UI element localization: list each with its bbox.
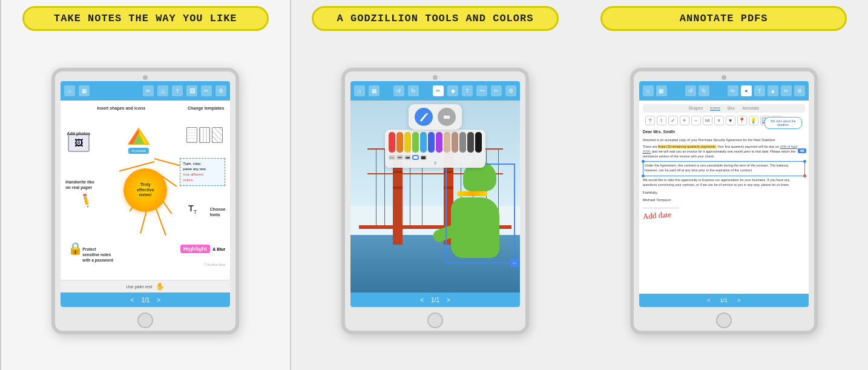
screen2-footer: < 1/1 > [350,292,520,307]
screen2-nav-page: 1/1 [431,297,439,303]
color-gray[interactable] [459,132,466,153]
pages-icon-2[interactable]: ▦ [369,85,380,96]
fill-icon[interactable]: ◆ [447,85,458,96]
page-nav: 1/1 [141,297,150,303]
home-icon-2[interactable]: ⌂ [354,85,365,96]
prev-nav[interactable]: < [131,297,134,303]
text-copy-box: Type, copy,paste any text. Use different… [180,158,225,186]
size-4-active[interactable] [412,155,419,160]
size-3[interactable] [404,155,411,160]
size-1[interactable] [389,155,395,160]
size-2[interactable] [396,155,403,160]
cut-icon-2[interactable]: ✂ [491,85,502,96]
corner-dot-tl [642,160,645,163]
tablet1-home-button[interactable] [137,312,153,328]
pdf-name: Michael Tompson [643,197,805,203]
text-icon-3[interactable]: T [754,85,765,96]
color-red[interactable] [389,132,395,153]
color-blue[interactable] [428,132,435,153]
tablet3-wrapper: ⌂ ▦ ↺ ↻ ✏ ● T ▲ ✂ ⚙ [587,38,861,364]
text-icon[interactable]: T [172,85,183,96]
pdf-greeting: Dear Mrs. Smith [643,129,805,136]
screen3-content: ⌂ ▦ ↺ ↻ ✏ ● T ▲ ✂ ⚙ [639,81,809,307]
signature-line [643,208,679,208]
icon-pin[interactable]: 📍 [737,116,747,125]
tablet3-screen: ⌂ ▦ ↺ ↻ ✏ ● T ▲ ✂ ⚙ [639,81,809,307]
wave-icon[interactable]: 〜 [476,85,487,96]
icon-nb[interactable]: NB [703,116,712,125]
add-date-label: Add date [642,210,671,221]
screen3-nav-prev[interactable]: < [707,297,710,303]
mountain-icon[interactable]: ▲ [768,85,778,96]
undo-icon[interactable]: ↺ [393,85,404,96]
hand-icon: ✋ [156,282,165,291]
settings-icon[interactable]: ⚙ [215,85,226,96]
circle-active-icon[interactable]: ● [741,85,752,96]
pdf-selection-box: Under the Agreement, this contract is no… [643,161,805,177]
color-black[interactable] [475,132,482,153]
screen3-nav-next[interactable]: > [737,297,740,303]
scissors-icon[interactable]: ✂ [201,85,212,96]
tab-blur[interactable]: Blur [728,106,735,111]
color-darkgray[interactable] [467,132,474,153]
icon-bulb[interactable]: 💡 [749,116,758,125]
tab-shapes[interactable]: Shapes [688,106,703,111]
color-green[interactable] [412,132,419,153]
pages-icon[interactable]: ▦ [79,85,90,96]
corner-dot-br-delete[interactable]: × [803,174,806,177]
panel3-header: ANNOTATE PDFS [600,6,847,31]
color-yellow[interactable] [404,132,411,153]
screen1-toolbar: ⌂ ▦ ✏ △ T 🖼 ✂ ⚙ [61,81,230,101]
pen-icon-3[interactable]: ✏ [728,85,738,96]
color-tan[interactable] [452,132,458,153]
tablet1-screen: ⌂ ▦ ✏ △ T 🖼 ✂ ⚙ Truly effect [61,81,230,307]
tablet3-home-button[interactable] [716,312,732,328]
pen-icon-2[interactable]: ✏ [433,85,444,96]
undo-icon-3[interactable]: ↺ [685,85,696,96]
pdf-letter: Dear Mrs. Smith Attached is an accepted … [643,129,805,220]
pencil-icon[interactable]: ✏ [143,85,154,96]
icon-info[interactable]: ! [657,116,666,125]
icon-x[interactable]: × [714,116,724,125]
settings-icon-3[interactable]: ⚙ [794,85,805,96]
screen2-nav-next[interactable]: > [447,297,450,303]
redo-icon[interactable]: ↻ [408,85,419,96]
cut-icon-3[interactable]: ✂ [781,85,792,96]
mindmap-center: Truly effective notes! [123,168,167,212]
icon-minus[interactable]: − [691,116,701,125]
icon-question[interactable]: ? [645,116,655,125]
color-lightblue[interactable] [420,132,427,153]
color-row-1 [389,132,482,153]
icon-heart[interactable]: ♥ [726,116,735,125]
panel-take-notes: TAKE NOTES THE WAY YOU LIKE ⌂ ▦ ✏ △ T 🖼 … [0,0,291,370]
image-icon[interactable]: 🖼 [186,85,197,96]
pen-tool-btn[interactable] [415,108,433,126]
size-value: 5 [389,161,482,165]
icon-plus[interactable]: + [680,116,689,125]
eraser-tool-btn[interactable] [438,108,456,126]
screen2-nav-prev[interactable]: < [420,297,424,303]
settings-icon-2[interactable]: ⚙ [505,85,516,96]
tab-annotate[interactable]: Annotate [742,106,759,111]
resize-handle[interactable]: ↔ [510,259,519,267]
size-5[interactable] [420,155,427,160]
home-icon[interactable]: ⌂ [64,85,75,96]
color-purple[interactable] [436,132,442,153]
annotation-fonts: Choosefonts [210,206,226,217]
color-orange[interactable] [396,132,403,153]
tab-icons[interactable]: Icons [710,106,720,111]
shape-icon[interactable]: △ [157,85,168,96]
copyright: © Aquiline Apps [204,263,225,266]
corner-dot-tr [803,160,806,163]
annotation-shapes: Insert shapes and icons [97,105,145,111]
tablet2-home-button[interactable] [427,312,443,328]
pages-icon-3[interactable]: ▦ [656,85,667,96]
home-icon-3[interactable]: ⌂ [643,85,654,96]
redo-icon-3[interactable]: ↻ [699,85,709,96]
next-nav[interactable]: > [157,297,160,303]
icon-check[interactable]: ✓ [668,116,678,125]
template-icons [186,127,223,143]
color-beige[interactable] [444,132,450,153]
text-icon-2[interactable]: T [462,85,473,96]
pdf-closing: Faithfully, [643,190,805,196]
